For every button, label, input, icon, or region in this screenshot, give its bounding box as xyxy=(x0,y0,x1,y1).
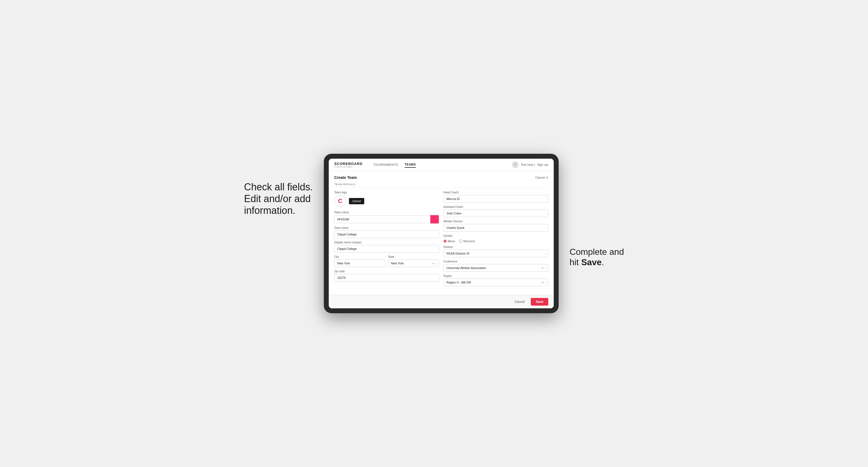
conference-label: Conference xyxy=(443,260,548,263)
assistant-coach-label: Assistant Coach xyxy=(443,206,548,208)
conference-select[interactable]: University Athletic Association xyxy=(443,264,548,272)
region-select-wrapper: Region II - (M) DIII ✕ ⌄ xyxy=(443,279,548,286)
tablet-screen: SCOREBOARD Powered by clippit TOURNAMENT… xyxy=(329,159,554,308)
right-annotation: Complete and hit Save. xyxy=(569,247,624,268)
right-text-line1: Complete and xyxy=(569,247,624,257)
cancel-button[interactable]: Cancel xyxy=(512,298,528,305)
right-text-bold: Save xyxy=(581,257,602,267)
display-name-input[interactable] xyxy=(334,245,439,253)
gender-womens-label[interactable]: Womens xyxy=(459,240,475,243)
logo-sub: Powered by clippit xyxy=(334,166,363,168)
header-cancel-label: Cancel xyxy=(535,176,545,179)
division-group: Division NCAA Division III ⌄ xyxy=(443,246,548,257)
nav-teams[interactable]: TEAMS xyxy=(405,162,416,168)
state-select-wrapper: New York ✕ ⌄ xyxy=(388,259,439,267)
color-input-row xyxy=(334,215,439,224)
upload-button[interactable]: Upload xyxy=(349,198,364,204)
close-icon: ✕ xyxy=(546,176,548,180)
user-avatar: T xyxy=(512,161,519,168)
athletic-director-label: Athletic Director xyxy=(443,220,548,223)
state-label: State xyxy=(388,255,439,258)
conference-group: Conference University Athletic Associati… xyxy=(443,260,548,272)
team-name-group: Team name xyxy=(334,226,439,238)
nav-tournaments[interactable]: TOURNAMENTS xyxy=(374,162,398,167)
main-content: Create Team Cancel ✕ TEAM DETAILS Team l… xyxy=(329,171,554,295)
head-coach-input[interactable] xyxy=(443,195,548,203)
region-group: Region Region II - (M) DIII ✕ ⌄ xyxy=(443,275,548,286)
signout-link[interactable]: Sign out xyxy=(537,163,548,166)
gender-mens-radio[interactable] xyxy=(443,240,447,243)
city-label: City xyxy=(334,255,385,258)
state-select[interactable]: New York xyxy=(388,259,439,267)
gender-womens-text: Womens xyxy=(463,240,475,243)
left-text-line1: Check all fields. xyxy=(244,181,313,192)
gender-group: Gender Mens Womens xyxy=(443,234,548,243)
save-button[interactable]: Save xyxy=(531,298,548,306)
tablet-frame: SCOREBOARD Powered by clippit TOURNAMENT… xyxy=(324,154,559,313)
zip-input[interactable] xyxy=(334,274,439,282)
head-coach-group: Head Coach xyxy=(443,191,548,203)
colour-swatch[interactable] xyxy=(430,215,439,224)
gender-mens-text: Mens xyxy=(448,240,455,243)
region-clear-icon[interactable]: ✕ xyxy=(541,281,544,284)
display-name-label: Display name (unique) xyxy=(334,241,439,244)
team-logo-label: Team logo xyxy=(334,191,439,194)
nav-user-text: Test User | xyxy=(521,163,535,166)
conference-select-wrapper: University Athletic Association ✕ ⌄ xyxy=(443,264,548,272)
city-state-group: City State New York xyxy=(334,255,439,267)
team-name-input[interactable] xyxy=(334,230,439,238)
gender-row: Mens Womens xyxy=(443,240,548,243)
head-coach-label: Head Coach xyxy=(443,191,548,194)
zip-group: Zip code xyxy=(334,270,439,282)
left-column: Team logo C Upload Team colour xyxy=(334,191,439,286)
team-colour-group: Team colour xyxy=(334,211,439,224)
state-group: State New York ✕ ⌄ xyxy=(388,255,439,267)
zip-label: Zip code xyxy=(334,270,439,273)
right-text-suffix: . xyxy=(601,257,604,267)
right-column: Head Coach Assistant Coach Athletic Dire… xyxy=(443,191,548,286)
team-name-label: Team name xyxy=(334,226,439,229)
gender-mens-label[interactable]: Mens xyxy=(443,240,455,243)
team-logo-circle: C xyxy=(334,195,346,207)
nav-right: T Test User | Sign out xyxy=(512,161,548,168)
left-annotation: Check all fields. Edit and/or add inform… xyxy=(244,181,313,217)
state-clear-icon[interactable]: ✕ xyxy=(432,262,434,265)
division-select-wrapper: NCAA Division III ⌄ xyxy=(443,250,548,257)
page-title: Create Team xyxy=(334,175,357,180)
header-cancel[interactable]: Cancel ✕ xyxy=(535,176,548,180)
page-header: Create Team Cancel ✕ xyxy=(334,175,548,180)
logo-letter: C xyxy=(338,197,342,205)
logo-upload-area: C Upload xyxy=(334,195,439,207)
right-text-prefix: hit xyxy=(569,257,581,267)
logo-text: SCOREBOARD xyxy=(334,162,363,166)
assistant-coach-input[interactable] xyxy=(443,210,548,217)
left-text-line3: information. xyxy=(244,205,296,216)
form-footer: Cancel Save xyxy=(329,295,554,308)
city-group: City xyxy=(334,255,385,267)
form-grid: Team logo C Upload Team colour xyxy=(334,191,548,286)
team-logo-group: Team logo C Upload xyxy=(334,191,439,208)
division-select[interactable]: NCAA Division III xyxy=(443,250,548,257)
athletic-director-group: Athletic Director xyxy=(443,220,548,231)
display-name-group: Display name (unique) xyxy=(334,241,439,253)
region-label: Region xyxy=(443,275,548,277)
nav-bar: SCOREBOARD Powered by clippit TOURNAMENT… xyxy=(329,159,554,171)
assistant-coach-group: Assistant Coach xyxy=(443,206,548,217)
section-label: TEAM DETAILS xyxy=(334,183,548,188)
region-select[interactable]: Region II - (M) DIII xyxy=(443,279,548,286)
conference-clear-icon[interactable]: ✕ xyxy=(541,267,544,270)
gender-womens-radio[interactable] xyxy=(459,240,462,243)
logo-area: SCOREBOARD Powered by clippit xyxy=(334,162,363,168)
athletic-director-input[interactable] xyxy=(443,224,548,231)
division-label: Division xyxy=(443,246,548,249)
team-colour-label: Team colour xyxy=(334,211,439,214)
colour-input[interactable] xyxy=(334,216,430,223)
left-text-line2: Edit and/or add xyxy=(244,193,311,204)
city-state-row: City State New York xyxy=(334,255,439,267)
city-input[interactable] xyxy=(334,259,385,267)
gender-label: Gender xyxy=(443,234,548,237)
